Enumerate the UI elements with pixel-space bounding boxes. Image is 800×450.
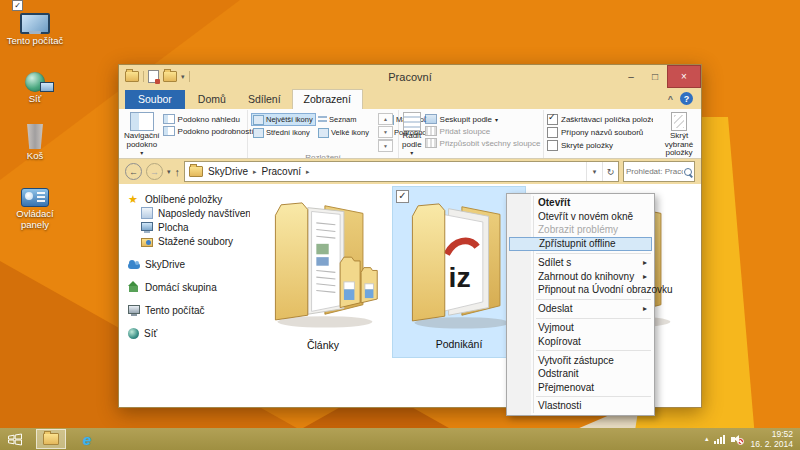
tab-sdileni[interactable]: Sdílení — [237, 90, 292, 109]
layout-option-list[interactable]: Seznam — [316, 113, 381, 126]
preview-pane-button[interactable]: Podokno náhledu — [163, 114, 254, 124]
mute-badge — [737, 438, 744, 445]
up-button[interactable]: ↑ — [175, 166, 181, 178]
tab-domu[interactable]: Domů — [187, 90, 237, 109]
details-pane-button[interactable]: Podokno podrobností — [163, 126, 254, 136]
close-button[interactable]: × — [667, 65, 701, 88]
group-by-button[interactable]: Seskupit podle▾ — [425, 114, 541, 124]
desktop-icon-label: Ovládací panely — [16, 208, 54, 230]
desktop-icon-recycle-bin[interactable]: Koš — [4, 119, 66, 162]
sidebar-item-recent[interactable]: Naposledy navštívené — [128, 206, 250, 220]
desktop-icon-control-panel[interactable]: Ovládací panely — [4, 177, 66, 230]
menu-item-vyjmout[interactable]: Vyjmout — [507, 321, 654, 335]
breadcrumb-skydrive[interactable]: SkyDrive — [207, 166, 249, 177]
chevron-down-icon[interactable]: ▾ — [181, 73, 185, 81]
menu-item-vytvorit-zastupce[interactable]: Vytvořit zástupce — [507, 354, 654, 368]
quick-access-toolbar: ▾ — [125, 70, 190, 83]
columns-icon — [425, 126, 437, 136]
hidden-items-checkbox[interactable]: Skryté položky — [547, 140, 653, 151]
ribbon-collapse-icon[interactable]: ^ — [668, 94, 673, 104]
item-checkboxes-checkbox[interactable]: ✓Zaškrtávací políčka položek — [547, 114, 653, 125]
sidebar-item-favorites[interactable]: ★Oblíbené položky — [128, 192, 250, 206]
sidebar-item-skydrive[interactable]: SkyDrive — [128, 257, 250, 271]
layout-option-medium-icons[interactable]: Střední ikony — [251, 126, 316, 139]
breadcrumb-pracovni[interactable]: Pracovní — [261, 166, 302, 177]
gallery-scroll-up[interactable]: ▲ — [378, 113, 393, 125]
gallery-scroll-down[interactable]: ▼ — [378, 126, 393, 138]
hide-selected-items-button[interactable]: Skrýt vybrané položky — [656, 111, 701, 158]
computer-icon — [128, 304, 140, 316]
search-box[interactable] — [623, 161, 695, 182]
ribbon: Navigační podokno ▾ Podokno náhledu Podo… — [119, 109, 701, 159]
forward-button[interactable]: → — [146, 163, 163, 180]
search-input[interactable] — [626, 167, 683, 176]
menu-item-pripnout-na-uvodni-obrazovku[interactable]: Připnout na Úvodní obrazovku — [507, 283, 654, 297]
taskbar-ie-button[interactable]: e — [72, 429, 102, 449]
desktop-icon-network[interactable]: Síť — [4, 62, 66, 105]
sidebar-item-this-pc[interactable]: Tento počítač — [128, 303, 250, 317]
layout-option-largest-icons[interactable]: Největší ikony — [251, 113, 316, 126]
sort-icon: ↕ — [403, 112, 421, 131]
taskbar-explorer-button[interactable] — [36, 429, 66, 449]
context-menu: Otevřít Otevřít v novém okně Zobrazit pr… — [506, 193, 655, 416]
navigation-pane: ★Oblíbené položky Naposledy navštívené P… — [119, 184, 250, 407]
menu-item-zahrnout-do-knihovny[interactable]: Zahrnout do knihovny▸ — [507, 270, 654, 284]
address-bar[interactable]: SkyDrive ▸ Pracovní ▸ ▾ ↻ — [184, 161, 619, 182]
tab-soubor[interactable]: Soubor — [125, 90, 185, 109]
menu-item-prejmenovat[interactable]: Přejmenovat — [507, 381, 654, 395]
layout-gallery: Největší ikony Střední ikony Seznam Velk… — [251, 111, 375, 149]
filename-extensions-checkbox[interactable]: Přípony názvů souborů — [547, 127, 653, 138]
menu-item-sdilet-s[interactable]: Sdílet s▸ — [507, 256, 654, 270]
navigation-pane-button[interactable]: Navigační podokno ▾ — [124, 111, 160, 158]
menu-item-vlastnosti[interactable]: Vlastnosti — [507, 399, 654, 413]
breadcrumb-arrow-icon[interactable]: ▸ — [253, 168, 257, 176]
layout-option-large-icons[interactable]: Velké ikony — [316, 126, 381, 139]
this-pc-icon: ✓ — [4, 4, 66, 34]
sidebar-item-network[interactable]: Síť — [128, 326, 250, 340]
breadcrumb-arrow-icon[interactable]: ▸ — [306, 168, 310, 176]
tab-zobrazeni[interactable]: Zobrazení — [292, 89, 363, 109]
taskbar: e ▴ 19:52 16. 2. 2014 — [0, 428, 800, 450]
minimize-button[interactable]: – — [619, 65, 643, 88]
network-signal-icon[interactable] — [714, 434, 725, 444]
tray-clock[interactable]: 19:52 16. 2. 2014 — [750, 429, 793, 449]
control-panel-icon — [4, 177, 66, 207]
gallery-more-button[interactable]: ▼ — [378, 139, 393, 152]
start-button[interactable] — [0, 428, 30, 450]
add-columns-button[interactable]: Přidat sloupce — [425, 126, 541, 136]
folder-icon: iz — [401, 191, 519, 331]
menu-item-odstranit[interactable]: Odstranit — [507, 367, 654, 381]
sort-by-button[interactable]: ↕ Řadit podle ▾ — [402, 111, 422, 158]
desktop-icon-label: Koš — [27, 150, 43, 161]
maximize-button[interactable]: □ — [643, 65, 667, 88]
sidebar-item-desktop[interactable]: Plocha — [128, 220, 250, 234]
new-folder-icon[interactable] — [163, 71, 177, 82]
desktop-icon-label: Tento počítač — [7, 35, 64, 46]
menu-item-kopirovat[interactable]: Kopírovat — [507, 335, 654, 349]
volume-muted-icon[interactable] — [731, 434, 744, 445]
menu-separator — [536, 318, 651, 319]
item-checkbox[interactable]: ✓ — [396, 190, 409, 203]
properties-icon[interactable] — [148, 70, 159, 83]
tray-overflow-icon[interactable]: ▴ — [705, 435, 709, 443]
desktop-icon-this-pc[interactable]: ✓ Tento počítač — [4, 4, 66, 47]
address-dropdown-icon[interactable]: ▾ — [586, 162, 602, 181]
menu-item-odeslat[interactable]: Odeslat▸ — [507, 302, 654, 316]
ribbon-group-zobrazit-ci-skryt: ✓Zaškrtávací políčka položek Přípony náz… — [544, 110, 701, 158]
help-icon[interactable]: ? — [680, 92, 693, 105]
history-dropdown-icon[interactable]: ▾ — [167, 168, 171, 176]
folder-tile-clanky[interactable]: Články — [256, 186, 390, 358]
title-bar[interactable]: ▾ Pracovní – □ × — [119, 65, 701, 88]
sidebar-item-homegroup[interactable]: Domácí skupina — [128, 280, 250, 294]
menu-item-otevrit-v-novem-okne[interactable]: Otevřít v novém okně — [507, 210, 654, 224]
refresh-icon[interactable]: ↻ — [602, 162, 618, 181]
back-button[interactable]: ← — [125, 163, 142, 180]
size-columns-button[interactable]: Přizpůsobit všechny sloupce — [425, 138, 541, 148]
navigation-pane-icon — [130, 112, 154, 131]
item-checkbox[interactable]: ✓ — [12, 0, 23, 11]
network-icon — [4, 62, 66, 92]
menu-item-otevrit[interactable]: Otevřít — [507, 196, 654, 210]
sidebar-item-downloads[interactable]: Stažené soubory — [128, 234, 250, 248]
folder-name: Články — [256, 339, 390, 351]
menu-item-zpristupnit-offline[interactable]: Zpřístupnit offline — [509, 237, 652, 252]
